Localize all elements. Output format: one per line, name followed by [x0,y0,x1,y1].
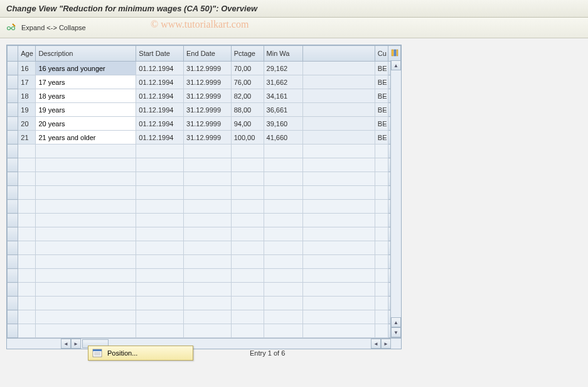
cell-spacer [303,131,375,144]
row-selector[interactable] [8,131,18,144]
table-row[interactable] [8,200,401,214]
table-row[interactable] [8,214,401,227]
table-row[interactable] [8,255,401,269]
row-selector[interactable] [8,269,18,283]
table-row[interactable] [8,227,401,241]
cell-empty [184,158,232,172]
position-button[interactable]: Position... [88,346,193,361]
row-selector[interactable] [8,324,18,338]
cell-empty [375,310,388,324]
row-selector[interactable] [8,255,18,269]
row-selector[interactable] [8,172,18,186]
cell-empty [184,324,232,338]
cell-empty [231,200,264,214]
cell-empty [18,227,36,241]
table-row[interactable] [8,186,401,200]
table-row[interactable] [8,324,401,338]
glasses-pencil-icon[interactable] [6,23,16,33]
row-selector[interactable] [8,62,18,75]
vscroll-up2-icon[interactable]: ▲ [391,317,401,327]
cell-empty [18,214,36,227]
row-selector[interactable] [8,117,18,131]
cell-empty [375,200,388,214]
row-selector[interactable] [8,89,18,103]
cell-min-wa: 31,662 [264,75,303,89]
cell-description[interactable]: 19 years [36,103,136,117]
cell-empty [18,310,36,324]
cell-end-date: 31.12.9999 [184,103,232,117]
table-row[interactable] [8,158,401,172]
cell-empty [231,283,264,297]
col-header-start-date[interactable]: Start Date [136,46,184,62]
row-selector[interactable] [8,310,18,324]
cell-empty [231,214,264,227]
row-selector[interactable] [8,186,18,200]
row-selector[interactable] [8,144,18,158]
cell-empty [18,186,36,200]
cell-empty [136,227,184,241]
table-row[interactable] [8,144,401,158]
cell-age: 19 [18,103,36,117]
row-selector[interactable] [8,241,18,255]
cell-description[interactable]: 21 years and older [36,131,136,144]
cell-empty [264,324,303,338]
row-selector[interactable] [8,283,18,297]
cell-description[interactable]: 18 years [36,89,136,103]
row-selector[interactable] [8,158,18,172]
cell-empty [18,158,36,172]
cell-cu: BE [375,131,388,144]
row-selector[interactable] [8,297,18,310]
entry-counter: Entry 1 of 6 [250,349,285,357]
cell-description[interactable]: 16 years and younger [36,62,136,75]
cell-empty [303,241,375,255]
cell-pctage: 70,00 [231,62,264,75]
row-selector[interactable] [8,200,18,214]
svg-point-1 [12,27,15,30]
table-row[interactable]: 1717 years01.12.199431.12.999976,0031,66… [8,75,401,89]
cell-empty [375,297,388,310]
table-row[interactable] [8,269,401,283]
col-header-end-date[interactable]: End Date [184,46,232,62]
row-selector[interactable] [8,103,18,117]
cell-empty [136,172,184,186]
vertical-scrollbar[interactable]: ▲ ▲ ▼ [390,60,401,337]
cell-description[interactable]: 20 years [36,117,136,131]
table-row[interactable] [8,310,401,324]
cell-age: 16 [18,62,36,75]
table-row[interactable]: 1818 years01.12.199431.12.999982,0034,16… [8,89,401,103]
cell-description[interactable]: 17 years [36,75,136,89]
col-header-age[interactable]: Age [18,46,36,62]
cell-empty [231,324,264,338]
row-selector[interactable] [8,75,18,89]
cell-empty [303,227,375,241]
table-config-button[interactable] [388,46,401,62]
table-row[interactable] [8,297,401,310]
table-row[interactable]: 2020 years01.12.199431.12.999994,0039,16… [8,117,401,131]
select-all-corner[interactable] [8,46,18,62]
col-header-description[interactable]: Description [36,46,136,62]
cell-empty [303,255,375,269]
cell-empty [36,283,136,297]
col-header-min-wa[interactable]: Min Wa [264,46,303,62]
expand-collapse-button[interactable]: Expand <-> Collapse [21,24,86,31]
vscroll-up-icon[interactable]: ▲ [391,60,401,70]
row-selector[interactable] [8,227,18,241]
table-row[interactable]: 2121 years and older01.12.199431.12.9999… [8,131,401,144]
cell-empty [303,144,375,158]
row-selector[interactable] [8,214,18,227]
table-row[interactable]: 1616 years and younger01.12.199431.12.99… [8,62,401,75]
cell-empty [264,283,303,297]
cell-end-date: 31.12.9999 [184,89,232,103]
col-header-cu[interactable]: Cu [375,46,388,62]
col-header-pctage[interactable]: Pctage [231,46,264,62]
table-row[interactable] [8,241,401,255]
cell-empty [184,172,232,186]
cell-empty [136,283,184,297]
table-row[interactable] [8,283,401,297]
cell-spacer [303,75,375,89]
cell-empty [303,172,375,186]
table-row[interactable]: 1919 years01.12.199431.12.999988,0036,66… [8,103,401,117]
cell-empty [231,255,264,269]
table-row[interactable] [8,172,401,186]
vscroll-down-icon[interactable]: ▼ [391,327,401,337]
